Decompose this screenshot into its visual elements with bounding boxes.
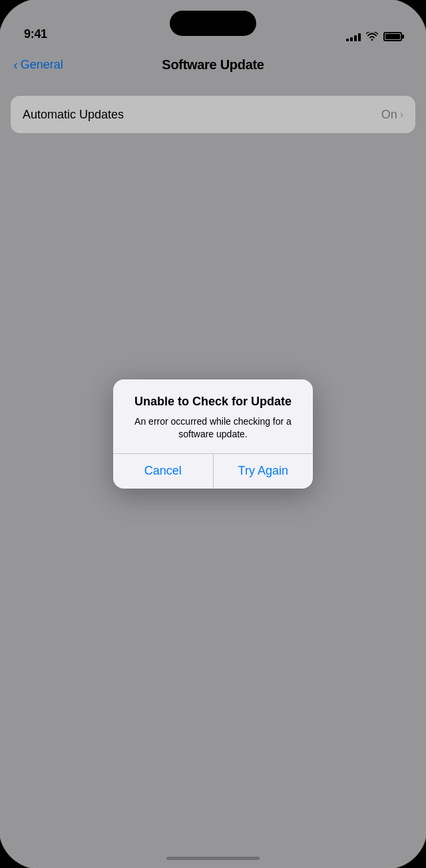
alert-dialog: Unable to Check for Update An error occu… (113, 379, 313, 489)
alert-overlay: Unable to Check for Update An error occu… (0, 0, 426, 868)
alert-message: An error occurred while checking for a s… (126, 415, 300, 441)
phone-frame: 9:41 (0, 0, 426, 868)
alert-buttons: Cancel Try Again (113, 454, 313, 489)
alert-title: Unable to Check for Update (126, 394, 300, 409)
cancel-button[interactable]: Cancel (113, 454, 213, 489)
screen: 9:41 (0, 0, 426, 868)
alert-content: Unable to Check for Update An error occu… (113, 379, 313, 453)
try-again-button[interactable]: Try Again (214, 454, 314, 489)
